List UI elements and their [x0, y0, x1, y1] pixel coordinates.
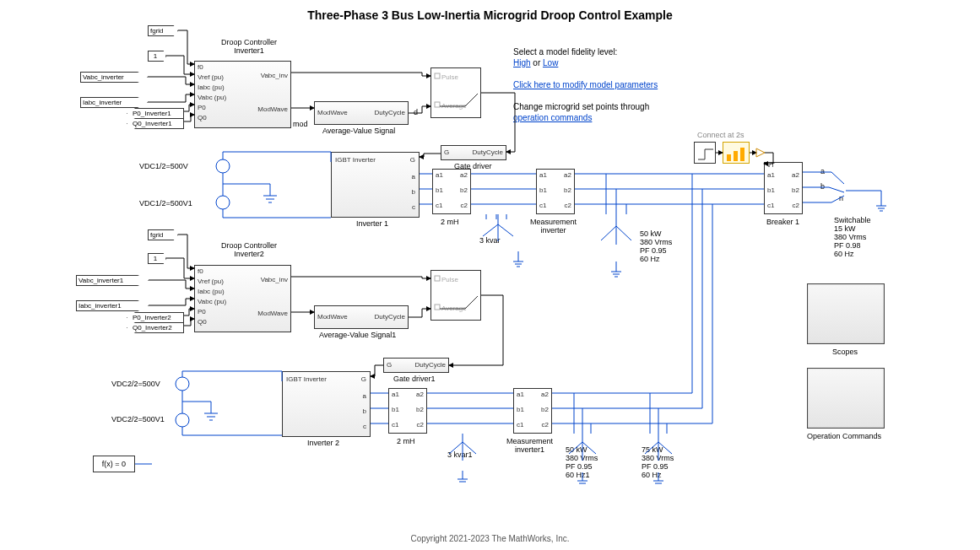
vdc2a-label: VDC2/2=500V — [111, 380, 160, 388]
droop1-mod: mod — [293, 120, 308, 128]
svg-rect-6 — [740, 148, 744, 161]
droop-controller-1[interactable]: f0 Vref (pu) Iabc (pu) Vabc (pu) P0 Q0 V… — [194, 61, 291, 128]
load3-label: 75 kW 380 Vrms PF 0.95 60 Hz — [642, 445, 674, 479]
switchable-label: Switchable 15 kW 380 Vrms PF 0.98 60 Hz — [834, 216, 871, 258]
measurement-1[interactable]: a1 a2 b1 b2 c1 c2 — [536, 169, 575, 214]
igbt-inverter-1[interactable]: IGBT Inverter G a b c — [331, 152, 420, 218]
tag-vabc2[interactable]: Vabc_inverter1 — [76, 275, 149, 286]
link-high[interactable]: High — [513, 58, 531, 67]
tag-one1[interactable]: 1 — [148, 51, 166, 62]
vdc2b-label: VDC2/2=500V1 — [111, 415, 165, 423]
tag-vabc1[interactable]: Vabc_inverter — [80, 72, 148, 83]
tag-fgrid2[interactable]: fgrid — [148, 229, 178, 240]
inverter1-label: Inverter 1 — [356, 219, 388, 228]
gate2-label: Gate driver1 — [393, 375, 436, 383]
variant-2[interactable]: Pulse Average — [430, 270, 481, 321]
tag-one2[interactable]: 1 — [148, 253, 166, 264]
link-op-commands[interactable]: operation commands — [513, 113, 592, 122]
breaker-1[interactable]: vT a1 a2 b1 b2 c1 c2 — [764, 162, 803, 214]
link-modify-params[interactable]: Click here to modify model parameters — [513, 80, 658, 89]
avg1-d: d — [414, 108, 418, 116]
avg1-label: Average-Value Signal — [322, 127, 395, 135]
inductor-2[interactable]: a1 a2 b1 b2 c1 c2 — [388, 388, 427, 434]
svg-rect-3 — [435, 305, 440, 310]
meas2-label: Measurement inverter1 — [506, 437, 553, 454]
diagram-title: Three-Phase 3 Bus Low-Inertia Microgrid … — [0, 8, 980, 22]
step-block[interactable] — [694, 142, 716, 164]
svg-rect-4 — [727, 154, 731, 161]
measurement-2[interactable]: a1 a2 b1 b2 c1 c2 — [513, 388, 552, 434]
load1-label: 50 kW 380 Vrms PF 0.95 60 Hz — [640, 229, 672, 263]
svg-rect-5 — [734, 151, 738, 161]
gate-driver-2[interactable]: G DutyCycle — [383, 358, 449, 373]
breaker-label: Breaker 1 — [766, 218, 799, 226]
droop-controller-2[interactable]: f0 Vref (pu) Iabc (pu) Vabc (pu) P0 Q0 V… — [194, 265, 291, 332]
inductor2-label: 2 mH — [397, 437, 415, 445]
inductor-1[interactable]: a1 a2 b1 b2 c1 c2 — [432, 169, 471, 214]
scopes-subsystem[interactable] — [807, 283, 885, 344]
abc-b: b — [820, 182, 825, 191]
svg-rect-2 — [435, 276, 440, 281]
svg-rect-1 — [435, 102, 440, 107]
tag-fgrid1[interactable]: fgrid — [148, 25, 178, 36]
load2-label: 50 kW 380 Vrms PF 0.95 60 Hz1 — [566, 445, 598, 479]
avg-value-signal-2[interactable]: ModWave DutyCycle — [314, 305, 409, 329]
cap1-label: 3 kvar — [479, 236, 501, 245]
tag-iabc1[interactable]: Iabc_inverter — [80, 97, 148, 108]
avg2-label: Average-Value Signal1 — [319, 331, 396, 339]
svg-point-8 — [216, 196, 230, 209]
cap2-label: 3 kvar1 — [447, 450, 473, 459]
avg-value-signal-1[interactable]: ModWave DutyCycle — [314, 101, 409, 125]
tag-p01[interactable]: P0_Inverter1 — [127, 108, 184, 119]
opcommands-label: Operation Commands — [807, 432, 881, 440]
vdc1b-label: VDC1/2=500V1 — [139, 199, 192, 208]
neutral-n: n — [839, 194, 843, 202]
op-commands-subsystem[interactable] — [807, 368, 885, 429]
tag-iabc2[interactable]: Iabc_inverter1 — [76, 300, 149, 311]
link-low[interactable]: Low — [543, 58, 558, 67]
svg-point-9 — [176, 377, 189, 391]
meas1-label: Measurement inverter — [530, 218, 577, 235]
copyright: Copyright 2021-2023 The MathWorks, Inc. — [0, 534, 980, 543]
inductor1-label: 2 mH — [441, 218, 459, 226]
vdc1a-label: VDC1/2=500V — [139, 162, 188, 170]
igbt-inverter-2[interactable]: IGBT Inverter G a b c — [282, 371, 371, 437]
scopes-label: Scopes — [832, 348, 858, 356]
tag-q02[interactable]: Q0_Inverter2 — [127, 322, 184, 333]
connect2s-label: Connect at 2s — [697, 131, 744, 139]
solver-block[interactable]: f(x) = 0 — [93, 456, 135, 472]
tag-q01[interactable]: Q0_Inverter1 — [127, 118, 184, 129]
gate-driver-1[interactable]: G DutyCycle — [441, 145, 506, 160]
svg-rect-0 — [435, 73, 440, 78]
variant-1[interactable]: Pulse Average — [430, 67, 481, 118]
abc-a: a — [820, 167, 825, 175]
droop1-title: Droop Controller Inverter1 — [211, 38, 287, 55]
svg-point-10 — [176, 413, 189, 427]
inverter2-label: Inverter 2 — [307, 439, 339, 447]
info-text: Select a model fidelity level: High or L… — [513, 46, 716, 123]
svg-point-7 — [216, 159, 230, 173]
signal-spec-block[interactable] — [723, 142, 750, 164]
tag-p02[interactable]: P0_Inverter2 — [127, 312, 184, 323]
droop2-title: Droop Controller Inverter2 — [211, 241, 287, 258]
